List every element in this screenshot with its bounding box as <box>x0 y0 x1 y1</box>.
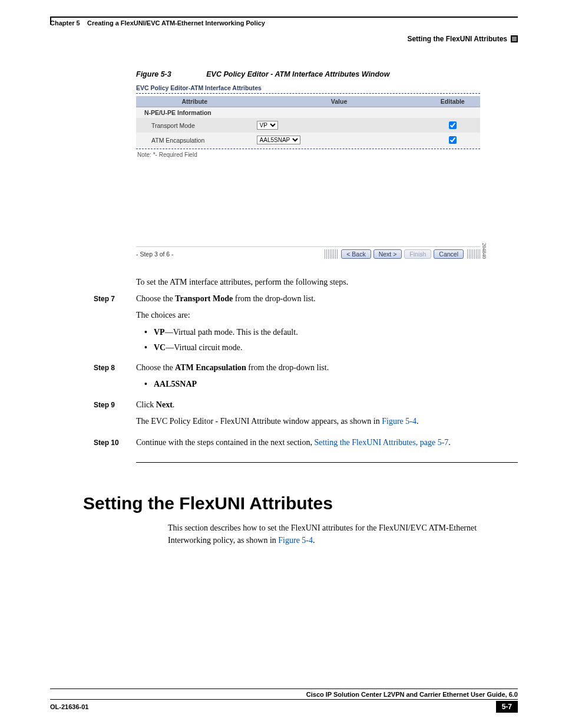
finish-button: Finish <box>404 249 431 259</box>
step7-label: Step 7 <box>94 293 136 304</box>
figure-title: EVC Policy Editor - ATM Interface Attrib… <box>206 70 389 78</box>
bullet-vp: VP—Virtual path mode. This is the defaul… <box>144 327 518 338</box>
col-attribute: Attribute <box>136 96 253 107</box>
editable-checkbox-encap[interactable] <box>449 136 457 144</box>
col-editable: Editable <box>425 96 480 107</box>
header-section: Setting the FlexUNI Attributes <box>407 35 507 43</box>
table-subheader: N-PE/U-PE Information <box>136 107 480 118</box>
transport-mode-select[interactable]: VP <box>257 121 278 130</box>
next-button[interactable]: Next > <box>373 249 402 259</box>
required-field-note: Note: *- Required Field <box>136 149 480 158</box>
attributes-table: Attribute Value Editable N-PE/U-PE Infor… <box>136 96 480 147</box>
back-button[interactable]: < Back <box>341 249 371 259</box>
panel-title: EVC Policy Editor-ATM Interface Attribut… <box>136 84 480 94</box>
step7-choices-lead: The choices are: <box>136 309 518 321</box>
guide-title: Cisco IP Solution Center L2VPN and Carri… <box>50 689 518 698</box>
header-left: Chapter 5 Creating a FlexUNI/EVC ATM-Eth… <box>50 19 265 27</box>
col-value: Value <box>253 96 425 107</box>
step8-label: Step 8 <box>94 362 136 373</box>
page-footer: Cisco IP Solution Center L2VPN and Carri… <box>50 689 518 713</box>
section-heading: Setting the FlexUNI Attributes <box>83 493 518 513</box>
chapter-label: Chapter 5 <box>50 19 80 27</box>
step9-line1: Click Next. <box>136 399 518 411</box>
attr-atm-encapsulation: ATM Encapsulation <box>136 133 253 147</box>
step7-line1: Choose the Transport Mode from the drop-… <box>136 293 518 305</box>
stripes-decor-right <box>466 249 480 259</box>
evc-policy-editor-panel: EVC Policy Editor-ATM Interface Attribut… <box>136 84 480 259</box>
setting-flexuni-link[interactable]: Setting the FlexUNI Attributes, page 5-7 <box>315 438 449 447</box>
figure-image-id: 204840 <box>481 243 487 259</box>
stripes-decor-left <box>325 249 339 259</box>
figure-number: Figure 5-3 <box>136 70 171 78</box>
step8-line1: Choose the ATM Encapsulation from the dr… <box>136 362 518 374</box>
table-row: ATM Encapsulation AAL5SNAP <box>136 133 480 147</box>
bullet-aal5snap: AAL5SNAP <box>144 378 518 390</box>
step9-label: Step 9 <box>94 399 136 410</box>
attr-transport-mode: Transport Mode <box>136 118 253 133</box>
chapter-title: Creating a FlexUNI/EVC ATM-Ethernet Inte… <box>87 19 265 27</box>
intro-text: To set the ATM interface attributes, per… <box>136 278 518 287</box>
step-indicator: - Step 3 of 6 - <box>136 251 174 258</box>
table-row: Transport Mode VP <box>136 118 480 133</box>
step10-label: Step 10 <box>94 437 136 448</box>
page-number: 5-7 <box>496 701 518 713</box>
cancel-button[interactable]: Cancel <box>434 249 464 259</box>
section-end-rule <box>136 462 518 463</box>
doc-id: OL-21636-01 <box>50 703 88 710</box>
figure-5-4-link[interactable]: Figure 5-4 <box>382 417 416 426</box>
figure-5-4-link-2[interactable]: Figure 5-4 <box>278 536 313 545</box>
step10-line1: Continue with the steps contained in the… <box>136 437 518 449</box>
figure-caption: Figure 5-3 EVC Policy Editor - ATM Inter… <box>136 70 518 78</box>
atm-encapsulation-select[interactable]: AAL5SNAP <box>257 136 300 144</box>
editable-checkbox-transport[interactable] <box>449 121 457 129</box>
bullet-vc: VC—Virtual circuit mode. <box>144 342 518 354</box>
step9-line2: The EVC Policy Editor - FlexUNI Attribut… <box>136 416 518 427</box>
section-intro: This section describes how to set the Fl… <box>168 522 518 546</box>
header-marker-icon <box>511 35 518 42</box>
